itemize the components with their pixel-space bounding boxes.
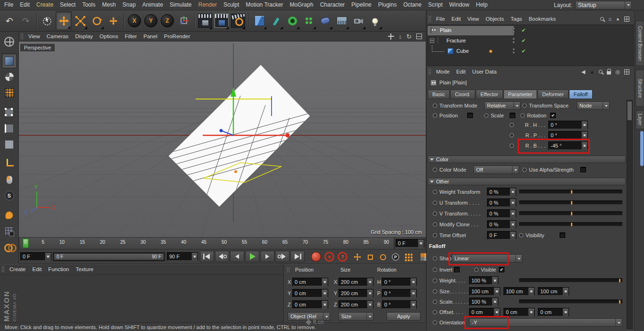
render-visibility-dot[interactable]	[512, 41, 515, 43]
undo-button[interactable]: ↶	[1, 11, 17, 30]
u-transform-slider[interactable]	[519, 201, 622, 205]
weight-transform-slider[interactable]	[519, 190, 622, 194]
material-menu-texture[interactable]: Texture	[72, 265, 97, 274]
stepper[interactable]	[510, 188, 516, 196]
u-transform-field[interactable]: 0 %	[487, 199, 516, 207]
time-offset-field[interactable]: 0 F	[487, 231, 516, 240]
falloff-offset-z-field[interactable]: 0 cm	[538, 308, 569, 316]
rotate-tool[interactable]	[89, 11, 105, 30]
render-visibility-dot[interactable]	[512, 31, 515, 33]
panel-grip[interactable]	[20, 33, 24, 40]
slider-knob[interactable]	[571, 201, 572, 205]
visible-checkbox[interactable]	[499, 267, 504, 273]
axis-mode-button[interactable]	[2, 156, 17, 171]
stepper[interactable]	[191, 253, 198, 260]
stepper[interactable]	[562, 288, 569, 295]
workplane-mode-button[interactable]	[2, 85, 17, 100]
anim-dot[interactable]	[484, 114, 488, 118]
enabled-check-icon[interactable]	[521, 38, 526, 44]
anim-dot[interactable]	[522, 168, 527, 172]
object-row-cube[interactable]: Cube	[428, 47, 633, 56]
stepper[interactable]	[322, 278, 328, 286]
stepper[interactable]	[494, 308, 500, 316]
menu-tools[interactable]: Tools	[79, 0, 99, 10]
anim-dot[interactable]	[433, 190, 437, 194]
rotation-h-field[interactable]: 0 °	[382, 278, 417, 286]
om-menu-view[interactable]: View	[464, 14, 482, 24]
stepper[interactable]	[510, 232, 516, 239]
focus-icon[interactable]: ◎	[615, 69, 620, 75]
rotation-h-field[interactable]: 0 °	[548, 121, 588, 129]
stepper[interactable]	[410, 301, 416, 308]
anim-dot[interactable]	[433, 114, 437, 118]
freehand-spline-button[interactable]	[268, 11, 284, 30]
menu-simulate[interactable]: Simulate	[166, 0, 195, 10]
weight-transform-field[interactable]: 0 %	[487, 188, 516, 196]
tab-effector[interactable]: Effector	[476, 90, 503, 99]
stepper[interactable]	[581, 132, 587, 139]
falloff-scale-slider[interactable]	[519, 300, 622, 304]
stepper[interactable]	[322, 301, 328, 308]
viewport-menu-cameras[interactable]: Cameras	[43, 32, 72, 41]
stepper[interactable]	[562, 308, 569, 316]
keyframe-selection-button[interactable]	[338, 252, 347, 262]
z-axis-handle-ball[interactable]	[220, 129, 223, 132]
subdivision-surface-button[interactable]	[284, 11, 300, 30]
slider-knob[interactable]	[619, 300, 620, 304]
render-view-button[interactable]	[197, 11, 213, 30]
key-scale-button[interactable]	[364, 251, 376, 263]
stepper[interactable]	[367, 290, 373, 297]
tab-coord[interactable]: Coord.	[450, 90, 475, 99]
enabled-check-icon[interactable]	[521, 48, 526, 54]
viewport-menu-panel[interactable]: Panel	[140, 32, 160, 41]
dock-scroll-indicator[interactable]	[640, 131, 644, 166]
end-frame-field[interactable]: 90 F	[167, 252, 198, 261]
falloff-scale-field[interactable]: 100 %	[469, 298, 498, 306]
previous-key-button[interactable]	[215, 251, 229, 262]
lock-icon[interactable]	[607, 71, 611, 74]
om-menu-objects[interactable]: Objects	[482, 14, 507, 24]
editor-visibility-dot[interactable]	[512, 48, 515, 50]
anim-dot[interactable]	[519, 233, 523, 238]
viewport-menu-filter[interactable]: Filter	[122, 32, 140, 41]
size-mode-dropdown[interactable]: Size	[339, 312, 373, 321]
color-section-header[interactable]: Color	[428, 156, 626, 163]
stepper[interactable]	[494, 288, 500, 295]
object-row-plain[interactable]: Plain	[428, 26, 633, 35]
dock-tab-structure[interactable]: Structure	[636, 70, 644, 107]
points-mode-button[interactable]	[2, 105, 17, 120]
transform-mode-dropdown[interactable]: Relative	[484, 101, 520, 110]
preview-range-slider[interactable]: 0 F 90 F	[53, 252, 165, 261]
anim-dot[interactable]	[520, 114, 525, 118]
material-menu-function[interactable]: Function	[45, 265, 72, 274]
lock-z-axis-button[interactable]: Z	[159, 11, 175, 30]
pan-view-icon[interactable]	[388, 33, 394, 40]
panel-menu-icon[interactable]	[624, 69, 629, 74]
dolly-view-icon[interactable]: ↕	[399, 33, 402, 40]
home-icon[interactable]: ⌂	[608, 16, 611, 22]
rotation-checkbox[interactable]	[550, 113, 556, 118]
apply-button[interactable]: Apply	[387, 312, 421, 321]
scale-checkbox[interactable]	[510, 113, 515, 118]
viewport-menu-view[interactable]: View	[25, 32, 43, 41]
falloff-offset-x-field[interactable]: 0 cm	[469, 308, 500, 316]
deformer-button[interactable]	[317, 11, 333, 30]
menu-plugins[interactable]: Plugins	[375, 0, 400, 10]
mograph-cloner-button[interactable]	[301, 11, 317, 30]
panel-grip[interactable]	[287, 267, 290, 273]
lock-y-axis-button[interactable]: Y	[143, 11, 159, 30]
redo-button[interactable]: ↷	[18, 11, 34, 30]
invert-checkbox[interactable]	[454, 267, 460, 273]
polygons-mode-button[interactable]	[2, 137, 17, 152]
menu-mograph[interactable]: MoGraph	[287, 0, 317, 10]
stepper[interactable]	[581, 121, 587, 129]
stepper[interactable]	[510, 199, 516, 207]
pin-icon[interactable]: ▲	[590, 69, 595, 74]
toggle-view-icon[interactable]	[416, 33, 422, 39]
am-menu-userdata[interactable]: User Data	[469, 67, 500, 77]
viewport-menu-options[interactable]: Options	[96, 32, 122, 41]
falloff-offset-y-field[interactable]: 0 cm	[504, 308, 535, 316]
stepper[interactable]	[410, 278, 416, 286]
anim-dot[interactable]	[474, 268, 479, 272]
panel-grip[interactable]	[428, 16, 431, 22]
